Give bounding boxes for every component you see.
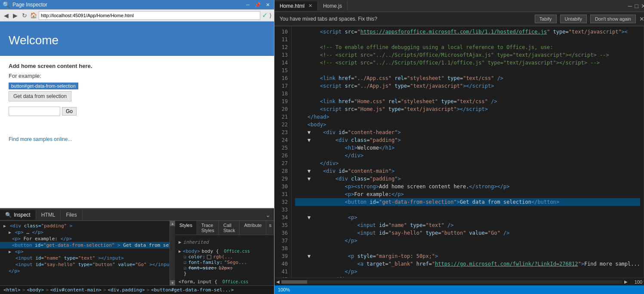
tree-line[interactable]: ▶ <p>: [0, 248, 169, 255]
unpin-button[interactable]: 📌: [253, 2, 262, 8]
code-line[interactable]: [295, 90, 640, 98]
scroll-right-btn[interactable]: ▶: [624, 279, 628, 284]
home-js-tab[interactable]: Home.js: [318, 1, 348, 11]
line-number: 28: [274, 167, 288, 175]
code-line[interactable]: ▼ <p style="margin-top: 50px;">: [295, 252, 640, 260]
code-line[interactable]: <script src="Home.js" type="text/javascr…: [295, 105, 640, 113]
horizontal-scrollbar[interactable]: [281, 280, 622, 284]
scroll-left-btn[interactable]: ◀: [276, 279, 280, 284]
code-line[interactable]: <h1>Welcome</h1>: [295, 144, 640, 152]
code-line[interactable]: <!-- <script src="../../Scripts/Office/M…: [295, 51, 640, 59]
line-number: 24: [274, 136, 288, 144]
tree-line[interactable]: <p> For example: </p>: [0, 236, 169, 242]
fold-icon[interactable]: ▶: [9, 230, 11, 235]
code-line[interactable]: <script src="../App.js" type="text/javas…: [295, 82, 640, 90]
line-number: 42: [274, 276, 288, 278]
code-line[interactable]: </p>: [295, 237, 640, 245]
url-input[interactable]: [39, 11, 260, 20]
tabify-button[interactable]: Tabify: [535, 15, 557, 23]
untabify-button[interactable]: Untabify: [560, 15, 587, 23]
form-source[interactable]: Office.css: [222, 279, 248, 284]
code-line[interactable]: <a target="_blank" href="https://go.micr…: [295, 260, 640, 268]
code-line[interactable]: <p><strong>Add home screen content here.…: [295, 183, 640, 190]
notification-bar: You have mixed tabs and spaces. Fix this…: [274, 12, 644, 26]
code-line[interactable]: <link href="Home.css" rel="stylesheet" t…: [295, 98, 640, 105]
notification-close-button[interactable]: ✕: [639, 15, 644, 22]
dont-show-again-button[interactable]: Don't show again: [590, 15, 636, 23]
tree-line[interactable]: ▶ <div class="padding" >: [0, 223, 169, 229]
code-line[interactable]: [295, 36, 640, 43]
attributes-tab[interactable]: Attribute: [240, 221, 266, 235]
code-line[interactable]: </div>: [295, 276, 640, 278]
collapse-button[interactable]: ⌄: [262, 210, 274, 220]
code-line[interactable]: <p>For example:</p>: [295, 190, 640, 198]
line-number: 35: [274, 221, 288, 229]
code-line[interactable]: ▼ <p>: [295, 214, 640, 221]
breadcrumb-body[interactable]: <body>: [27, 287, 44, 293]
code-line[interactable]: [295, 206, 640, 214]
forward-button[interactable]: ▶: [12, 12, 19, 19]
editor-restore-button[interactable]: □: [635, 3, 638, 9]
editor-close-button[interactable]: ✕: [641, 3, 644, 9]
editor-minimize-button[interactable]: ─: [628, 3, 632, 9]
code-content[interactable]: <script src="https://appsforoffice.micro…: [292, 26, 644, 278]
fold-icon[interactable]: ▶: [3, 224, 6, 228]
breadcrumb-button[interactable]: <button#get-data-from-sel...>: [151, 287, 234, 293]
fold-icon[interactable]: ▶: [9, 249, 11, 254]
code-line[interactable]: </p>: [295, 268, 640, 276]
h-scroll-thumb[interactable]: [281, 280, 307, 284]
body-source[interactable]: Office.css: [224, 249, 250, 254]
scroll-down-btn[interactable]: ▼: [170, 280, 175, 285]
name-input[interactable]: [9, 107, 60, 116]
code-line[interactable]: ▼ <div id="content-header">: [295, 129, 640, 136]
tree-line[interactable]: <input id="name" type="text" ></input>: [0, 255, 169, 261]
trace-styles-tab[interactable]: Trace Styles: [197, 221, 219, 235]
inspect-tab[interactable]: 🔍 Inspect: [0, 210, 36, 220]
tree-scrollbar[interactable]: ▲ ▼: [170, 221, 175, 285]
code-line[interactable]: <!-- <script src="../../Scripts/Office/1…: [295, 59, 640, 67]
editor-tabs: Home.html ✕ Home.js ─ □ ✕: [274, 0, 644, 12]
code-line[interactable]: <input id="name" type="text" />: [295, 221, 640, 229]
code-line[interactable]: [295, 67, 640, 74]
home-html-tab[interactable]: Home.html ✕: [274, 1, 318, 11]
breadcrumb-content-main[interactable]: <div#content-main>: [50, 287, 102, 293]
scroll-up-btn[interactable]: ▲: [170, 221, 175, 226]
bottom-panel: 🔍 Inspect HTML Files ⌄: [0, 208, 274, 294]
code-line[interactable]: <script src="https://appsforoffice.micro…: [295, 28, 640, 36]
close-panel-button[interactable]: ✕: [264, 2, 271, 8]
back-button[interactable]: ◀: [3, 12, 10, 19]
call-stack-tab[interactable]: Call Stack: [219, 221, 240, 235]
breadcrumb-padding[interactable]: <div.padding>: [108, 287, 145, 293]
home-html-close[interactable]: ✕: [308, 3, 312, 9]
html-tab[interactable]: HTML: [36, 210, 61, 220]
tree-line[interactable]: ▶ <p> … </p>: [0, 229, 169, 236]
get-data-from-selection-button[interactable]: Get data from selection: [9, 91, 71, 101]
go-button[interactable]: Go: [62, 107, 77, 116]
code-line[interactable]: <body>: [295, 121, 640, 129]
code-line[interactable]: </head>: [295, 113, 640, 121]
tree-line-selected[interactable]: <button id="get-data-from-selection" > G…: [0, 242, 169, 248]
code-line[interactable]: <!-- To enable offline debugging using a…: [295, 43, 640, 51]
code-line[interactable]: ▼ <div id="content-main">: [295, 167, 640, 175]
line-number: 10: [274, 28, 288, 36]
code-line[interactable]: <link href="../App.css" rel="stylesheet"…: [295, 74, 640, 82]
code-line[interactable]: ▼ <div class="padding">: [295, 175, 640, 183]
pin-button[interactable]: ─: [244, 2, 251, 8]
files-tab[interactable]: Files: [61, 210, 82, 220]
reload-button[interactable]: ↻: [21, 12, 28, 19]
find-samples-link[interactable]: Find more samples online...: [9, 136, 265, 142]
fold-body-icon[interactable]: ▶: [179, 249, 181, 254]
code-line[interactable]: ▼ <div class="padding">: [295, 136, 640, 144]
styles-tab[interactable]: Styles: [175, 221, 197, 235]
tree-line[interactable]: <input id="say-hello" type="button" valu…: [0, 261, 169, 268]
right-panel: Home.html ✕ Home.js ─ □ ✕ You have mixed…: [274, 0, 644, 294]
code-line[interactable]: <input id="say-hello" type="button" valu…: [295, 229, 640, 237]
code-line[interactable]: [295, 245, 640, 252]
code-line[interactable]: </div>: [295, 159, 640, 167]
code-line[interactable]: </div>: [295, 152, 640, 159]
expand-inherited-icon[interactable]: ▶: [179, 239, 182, 245]
line-number: 38: [274, 245, 288, 252]
code-line[interactable]: <button id="get-data-from-selection">Get…: [295, 198, 640, 206]
breadcrumb-html[interactable]: <html>: [3, 287, 21, 293]
tree-line[interactable]: </p>: [0, 268, 169, 274]
